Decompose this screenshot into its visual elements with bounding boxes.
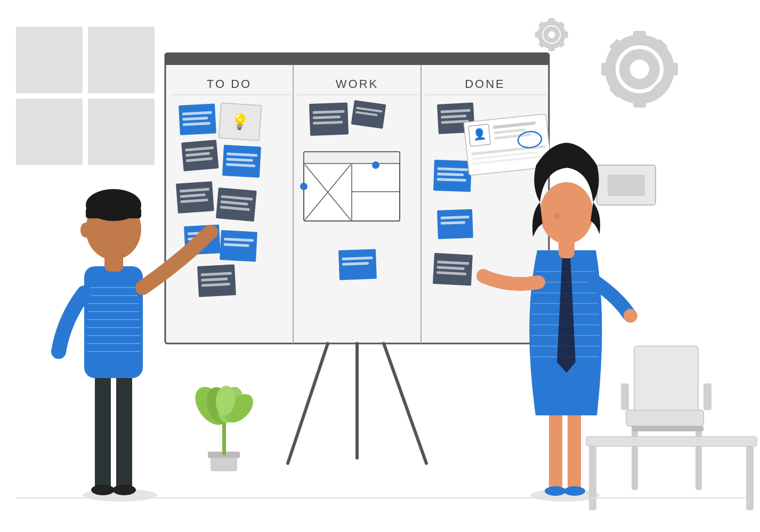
person-left-leg-right	[95, 373, 111, 490]
svg-point-106	[554, 213, 560, 218]
person-right-hand-left	[476, 269, 490, 283]
svg-point-1	[625, 54, 654, 84]
svg-rect-53	[312, 110, 344, 114]
svg-rect-42	[184, 225, 221, 255]
done-sticky-4	[433, 253, 473, 286]
column-work-label: WORK	[336, 77, 378, 91]
whiteboard-top-bar	[165, 53, 549, 65]
svg-rect-71	[440, 216, 469, 219]
person-right-dress	[529, 250, 602, 415]
svg-rect-32	[226, 158, 253, 162]
done-sticky-3	[437, 209, 473, 239]
svg-rect-22	[182, 117, 208, 121]
svg-rect-29	[186, 157, 213, 162]
svg-rect-18	[538, 40, 546, 48]
svg-rect-48	[197, 264, 236, 297]
person-right-hair	[534, 143, 599, 202]
svg-rect-37	[180, 199, 208, 203]
svg-rect-78	[468, 124, 491, 146]
svg-rect-59	[338, 249, 377, 280]
chair-back	[634, 346, 698, 415]
svg-rect-63	[441, 109, 471, 113]
svg-rect-51	[201, 283, 230, 287]
svg-point-0	[610, 40, 669, 99]
svg-rect-69	[437, 178, 466, 182]
svg-rect-72	[441, 221, 465, 225]
svg-text:💡: 💡	[230, 112, 250, 131]
svg-rect-52	[309, 102, 349, 135]
person-left-shoe-right	[91, 485, 115, 495]
svg-rect-96	[86, 208, 141, 218]
svg-rect-26	[181, 140, 219, 171]
whiteboard-frame	[165, 53, 549, 343]
svg-rect-62	[437, 102, 475, 134]
svg-rect-4	[601, 63, 613, 76]
work-sticky-3	[338, 249, 377, 280]
person-left-arm-left	[59, 293, 84, 351]
work-sticky-1	[309, 102, 349, 135]
person-right-arm-left	[485, 277, 538, 284]
todo-sticky-5	[216, 187, 257, 222]
svg-rect-74	[437, 260, 469, 265]
svg-rect-36	[180, 193, 206, 198]
person-right-neck	[559, 234, 575, 258]
svg-rect-64	[441, 114, 466, 119]
desk-surface	[586, 437, 757, 446]
svg-rect-24	[219, 103, 261, 141]
person-right-head	[540, 182, 593, 244]
svg-rect-56	[351, 100, 386, 129]
wall-cell-2	[88, 27, 155, 93]
svg-rect-7	[651, 38, 668, 55]
svg-rect-14	[535, 31, 540, 38]
person-left-shadow	[83, 489, 157, 502]
desk-leg-left	[589, 446, 596, 510]
svg-rect-9	[651, 81, 668, 97]
wall-cell-1	[16, 27, 83, 93]
svg-rect-31	[227, 152, 257, 157]
monitor-card	[597, 165, 656, 205]
plant-leaf-2	[203, 384, 236, 427]
svg-rect-82	[494, 133, 531, 140]
svg-rect-50	[201, 277, 228, 282]
svg-rect-67	[437, 167, 468, 171]
svg-rect-28	[185, 152, 210, 157]
person-left-neck	[104, 245, 123, 272]
scene: TO DO WORK DONE 💡	[0, 0, 760, 532]
svg-rect-55	[313, 121, 343, 125]
wireframe-frame	[304, 152, 400, 221]
plant-stem	[222, 399, 226, 455]
chair-armrest-right	[704, 383, 712, 410]
wireframe-header	[304, 152, 400, 163]
todo-sticky-7	[220, 230, 257, 261]
todo-sticky-6	[184, 225, 221, 255]
svg-rect-13	[548, 46, 555, 51]
svg-rect-33	[226, 163, 255, 167]
person-left-ear	[80, 223, 91, 238]
svg-rect-35	[180, 188, 209, 193]
svg-rect-27	[185, 146, 214, 152]
svg-rect-21	[182, 111, 212, 116]
todo-sticky-bulb: 💡	[219, 103, 261, 141]
stand-leg-left	[288, 343, 328, 463]
gear-large-icon	[601, 31, 678, 108]
person-left-head	[86, 198, 141, 260]
chair-leg-2	[696, 426, 702, 490]
person-right-shoe-right	[564, 486, 585, 496]
svg-text:👤: 👤	[472, 127, 487, 141]
svg-rect-44	[188, 236, 212, 240]
plant-leaf-5	[215, 385, 237, 416]
desk-leg-right	[746, 446, 754, 510]
person-right-leg-left	[549, 405, 562, 490]
svg-rect-45	[220, 230, 257, 261]
svg-rect-47	[223, 243, 249, 247]
person-left-leg-left	[116, 373, 132, 490]
gear-small-icon	[535, 18, 568, 51]
svg-rect-57	[356, 107, 383, 113]
todo-sticky-3	[222, 145, 261, 178]
todo-sticky-4	[176, 181, 214, 214]
svg-rect-61	[342, 262, 369, 266]
svg-rect-65	[441, 120, 469, 124]
person-left-shoe-left	[112, 485, 136, 495]
plant-leaf-3	[213, 383, 248, 427]
svg-rect-83	[471, 145, 546, 155]
